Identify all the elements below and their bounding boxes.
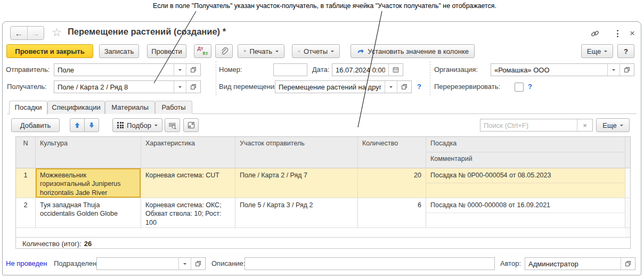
characteristic-cell[interactable]: Корневая система: ОКС; Обхват ствола: 10… <box>141 198 235 227</box>
close-icon[interactable]: × <box>627 28 638 39</box>
post-and-close-button[interactable]: Провести и закрыть <box>6 44 93 58</box>
post-button[interactable]: Провести <box>147 44 186 58</box>
movement-type-help-icon[interactable]: ? <box>417 80 421 93</box>
open-form-icon <box>190 83 197 91</box>
column-header-comment[interactable]: Комментарий <box>426 152 625 167</box>
organization-open-button[interactable] <box>619 64 634 76</box>
document-window: ← → ☆ Перемещение растений (создание) * … <box>2 21 641 275</box>
tab-specifications[interactable]: Спецификации <box>47 101 105 114</box>
link-icon[interactable] <box>590 28 600 39</box>
tab-works[interactable]: Работы <box>155 101 192 114</box>
help-button[interactable]: ? <box>617 44 634 58</box>
back-button[interactable]: ← <box>11 27 28 39</box>
scrollbar-track[interactable] <box>625 198 630 227</box>
add-row-button[interactable]: Добавить <box>11 118 60 132</box>
more-button-table[interactable]: Еще <box>596 118 630 132</box>
comment-cell[interactable] <box>426 183 625 197</box>
plot-sender-cell[interactable]: Поле / Карта 2 / Ряд 7 <box>235 168 358 198</box>
rereserve-help-icon[interactable]: ? <box>528 80 532 93</box>
print-button[interactable]: Печать <box>238 44 284 58</box>
description-input[interactable] <box>245 258 494 270</box>
move-row-down-button[interactable] <box>84 118 99 132</box>
scrollbar-track[interactable] <box>625 168 630 198</box>
author-field <box>525 257 635 270</box>
characteristic-cell[interactable]: Корневая система: CUT <box>141 168 235 198</box>
organization-input[interactable] <box>491 64 607 76</box>
open-form-icon <box>401 83 408 91</box>
set-column-value-button[interactable]: Установить значение в колонке <box>350 44 475 58</box>
comment-cell[interactable] <box>426 213 625 227</box>
barcode-scan-button[interactable] <box>165 118 180 132</box>
date-input[interactable] <box>332 64 388 76</box>
search-clear-button[interactable]: × <box>577 119 592 131</box>
plot-sender-cell[interactable]: Поле 5 / Карта 3 / Ряд 2 <box>235 198 358 227</box>
more-label: Еще <box>602 121 616 129</box>
screen: Если в поле "Получатель" указан участок-… <box>0 0 644 277</box>
more-button-top[interactable]: Еще <box>581 44 613 58</box>
column-header-planting[interactable]: Посадка <box>426 137 625 152</box>
receiver-dropdown-button[interactable] <box>174 81 186 93</box>
help-label: ? <box>624 47 628 55</box>
author-input[interactable] <box>525 258 621 270</box>
reports-caret-icon <box>331 51 334 54</box>
open-form-icon <box>623 66 631 74</box>
culture-cell[interactable]: Можжевельник горизонтальный Juniperus ho… <box>36 168 141 198</box>
pick-button[interactable]: Подбор <box>112 118 162 132</box>
table-row-1[interactable]: 1 Можжевельник горизонтальный Juniperus … <box>16 168 630 198</box>
dtkt-register-button[interactable]: ДтКт <box>194 44 211 58</box>
move-row-up-button[interactable] <box>70 118 85 132</box>
scrollbar-track[interactable] <box>625 228 630 237</box>
search-input[interactable] <box>480 119 577 131</box>
table-empty-area <box>16 228 630 237</box>
table-row-2[interactable]: 2 Туя западная Thuja occidentalis Golden… <box>16 198 630 228</box>
favorite-star-icon[interactable]: ☆ <box>52 26 62 39</box>
quantity-cell[interactable]: 6 <box>358 198 426 227</box>
reports-label: Отчеты <box>304 47 328 55</box>
date-calendar-button[interactable] <box>388 64 403 76</box>
tab-plantings[interactable]: Посадки <box>9 101 47 115</box>
sender-open-button[interactable] <box>186 64 200 76</box>
number-input[interactable] <box>274 64 307 76</box>
write-button[interactable]: Записать <box>99 44 139 58</box>
dropdown-caret-icon <box>178 69 182 72</box>
sender-input[interactable] <box>54 64 174 76</box>
column-header-characteristic[interactable]: Характеристика <box>141 137 235 168</box>
column-header-culture[interactable]: Культура <box>36 137 141 168</box>
department-input[interactable] <box>97 258 178 270</box>
more-caret-icon <box>620 125 623 128</box>
planting-cell[interactable]: Посадка № 0Р00-000054 от 08.05.2023 <box>426 168 625 183</box>
status-link[interactable]: Не проведен <box>6 257 47 270</box>
attachments-button[interactable] <box>215 44 233 58</box>
dropdown-caret-icon <box>612 69 615 72</box>
movement-type-dropdown-button[interactable] <box>385 81 397 93</box>
organization-dropdown-button[interactable] <box>607 64 619 76</box>
organization-field <box>491 63 634 76</box>
kebab-menu-icon[interactable] <box>612 28 623 39</box>
author-open-button[interactable] <box>621 258 635 270</box>
rereserve-checkbox[interactable] <box>515 83 524 92</box>
culture-cell[interactable]: Туя западная Thuja occidentalis Golden G… <box>36 198 141 227</box>
scrollbar-track[interactable] <box>625 137 630 168</box>
movement-type-open-button[interactable] <box>397 81 411 93</box>
movement-type-input[interactable] <box>275 81 385 93</box>
annotation-text: Если в поле "Получатель" указан участок-… <box>153 2 496 10</box>
sender-dropdown-button[interactable] <box>174 64 186 76</box>
receiver-open-button[interactable] <box>186 81 200 93</box>
forward-button[interactable]: → <box>28 27 44 39</box>
barcode-icon <box>168 121 177 130</box>
dropdown-caret-icon <box>183 263 186 266</box>
department-open-button[interactable] <box>191 258 205 270</box>
reports-button[interactable]: Отчеты <box>292 44 340 58</box>
tab-materials[interactable]: Материалы <box>105 101 155 114</box>
receiver-input[interactable] <box>54 81 174 93</box>
department-dropdown-button[interactable] <box>178 258 191 270</box>
quantity-cell[interactable]: 20 <box>358 168 426 198</box>
receiver-label: Получатель: <box>7 80 47 93</box>
total-value: 26 <box>84 240 92 248</box>
pick-caret-icon <box>154 125 158 128</box>
column-header-quantity[interactable]: Количество <box>358 137 426 168</box>
collapse-table-button[interactable] <box>183 118 199 132</box>
planting-cell[interactable]: Посадка № 0000-000008 от 16.09.2021 <box>426 198 625 213</box>
column-header-plot-sender[interactable]: Участок отправитель <box>235 137 358 168</box>
column-header-n[interactable]: N <box>16 137 36 168</box>
